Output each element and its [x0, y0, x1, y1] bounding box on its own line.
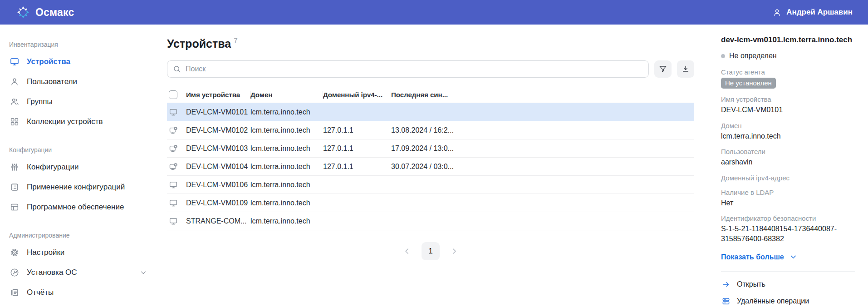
monitor-x-icon [169, 144, 178, 153]
device-name: DEV-LCM-VM0109 [186, 199, 250, 207]
column-header-name[interactable]: Имя устройства [186, 91, 250, 99]
brand-name: Осмакс [35, 6, 74, 19]
table-row[interactable]: DEV-LCM-VM0103 lcm.terra.inno.tech 127.0… [167, 139, 694, 158]
page-title: Устройства [167, 37, 231, 50]
sidebar-item-label: Применение конфигураций [27, 183, 125, 192]
device-domain: lcm.terra.inno.tech [250, 108, 323, 116]
sidebar-item-groups[interactable]: Группы [0, 92, 155, 112]
sidebar-section-administration: Администрирование [0, 227, 155, 243]
osmax-logo-icon [16, 5, 30, 19]
filter-icon [658, 65, 667, 74]
show-more-label: Показать больше [721, 253, 784, 261]
field-value: aarshavin [721, 157, 855, 167]
users-icon [9, 96, 20, 107]
report-icon [9, 287, 20, 298]
chevron-down-icon[interactable] [139, 268, 147, 277]
sliders-icon [9, 162, 20, 173]
action-open[interactable]: Открыть [721, 280, 855, 289]
sidebar-item-os-install[interactable]: Установка ОС [0, 263, 155, 283]
device-last-sync: 17.09.2024 / 13:0... [391, 144, 459, 153]
device-domain: lcm.terra.inno.tech [250, 126, 323, 134]
sidebar-item-label: Группы [27, 97, 53, 106]
device-ip: 127.0.1.1 [323, 126, 391, 134]
page-number-button[interactable]: 1 [422, 242, 440, 260]
next-page-button[interactable] [450, 247, 459, 256]
sidebar-item-blocked-records[interactable]: Заблокированные записи [0, 303, 155, 308]
monitor-icon [169, 217, 178, 226]
table-row[interactable]: DEV-LCM-VM0101 lcm.terra.inno.tech [167, 103, 694, 121]
sidebar-item-label: Настройки [27, 248, 64, 257]
field-label: Имя устройства [721, 95, 855, 103]
device-last-sync: 13.08.2024 / 16:2... [391, 126, 459, 134]
checklist-icon [9, 182, 20, 193]
device-name: DEV-LCM-VM0106 [186, 181, 250, 189]
monitor-icon [169, 180, 178, 189]
pagination: 1 [167, 242, 694, 260]
monitor-x-icon [169, 126, 178, 135]
table-row[interactable]: DEV-LCM-VM0102 lcm.terra.inno.tech 127.0… [167, 121, 694, 139]
select-all-checkbox[interactable] [169, 90, 177, 99]
sidebar-item-settings[interactable]: Настройки [0, 243, 155, 263]
sidebar-item-label: Устройства [27, 57, 70, 66]
action-label: Удалённые операции [737, 297, 809, 305]
device-name: DEV-LCM-VM0101 [186, 108, 250, 116]
sidebar: Инвентаризация Устройства Пользователи [0, 25, 155, 308]
sidebar-item-label: Программное обеспечение [27, 203, 124, 212]
column-header-last-sync[interactable]: Последняя син... [391, 91, 459, 99]
sidebar-item-reports[interactable]: Отчёты [0, 283, 155, 303]
device-ip: 127.0.1.1 [323, 144, 391, 153]
field-label: Домен [721, 122, 855, 129]
field-label: Пользователи [721, 148, 855, 155]
table-row[interactable]: STRANGE-COM... lcm.terra.inno.tech [167, 212, 694, 230]
field-label: Идентификатор безопасности [721, 214, 855, 222]
remote-operations-icon [721, 297, 731, 306]
os-install-icon [9, 267, 20, 278]
chevron-down-icon [790, 253, 797, 261]
panel-divider [721, 271, 855, 272]
filter-button[interactable] [654, 60, 672, 78]
sidebar-item-software[interactable]: Программное обеспечение [0, 197, 155, 217]
device-domain: lcm.terra.inno.tech [250, 199, 323, 207]
search-input[interactable] [167, 60, 649, 78]
device-domain: lcm.terra.inno.tech [250, 144, 323, 153]
device-count-badge: 7 [234, 36, 237, 44]
sidebar-item-users[interactable]: Пользователи [0, 72, 155, 92]
field-value: lcm.terra.inno.tech [721, 131, 855, 141]
devices-table: Имя устройства Домен Доменный ipv4-... П… [167, 87, 694, 230]
sidebar-item-label: Пользователи [27, 77, 77, 86]
sidebar-item-configurations[interactable]: Конфигурации [0, 157, 155, 177]
export-button[interactable] [677, 60, 694, 78]
sidebar-item-label: Конфигурации [27, 163, 78, 172]
agent-status-badge: Не установлен [721, 78, 776, 89]
field-label: Доменный ipv4-адрес [721, 174, 855, 182]
prev-page-button[interactable] [402, 247, 412, 256]
table-row[interactable]: DEV-LCM-VM0104 lcm.terra.inno.tech 127.0… [167, 158, 694, 176]
device-name: DEV-LCM-VM0102 [186, 126, 250, 134]
monitor-x-icon [169, 162, 178, 171]
sidebar-item-devices[interactable]: Устройства [0, 52, 155, 72]
device-domain: lcm.terra.inno.tech [250, 163, 323, 171]
arrow-right-icon [721, 280, 731, 289]
monitor-icon [169, 108, 178, 117]
table-header: Имя устройства Домен Доменный ipv4-... П… [167, 87, 694, 103]
field-value: S-1-5-21-1184408154-1736440087-315857640… [721, 224, 855, 243]
search-icon [172, 65, 181, 74]
sidebar-item-apply-configurations[interactable]: Применение конфигураций [0, 177, 155, 197]
table-row[interactable]: DEV-LCM-VM0109 lcm.terra.inno.tech [167, 194, 694, 212]
show-more-link[interactable]: Показать больше [721, 253, 855, 261]
user-menu[interactable]: Андрей Аршавин [772, 8, 853, 17]
column-header-domain[interactable]: Домен [250, 91, 323, 99]
topbar: Осмакс Андрей Аршавин [0, 0, 868, 25]
device-domain: lcm.terra.inno.tech [250, 217, 323, 225]
brand[interactable]: Осмакс [16, 5, 74, 19]
action-remote-operations[interactable]: Удалённые операции [721, 297, 855, 306]
grid-icon [9, 116, 20, 127]
status-dot-icon [721, 54, 725, 58]
user-name: Андрей Аршавин [786, 8, 853, 17]
device-status: Не определен [729, 52, 777, 60]
sidebar-item-label: Отчёты [27, 288, 54, 297]
column-header-ip[interactable]: Доменный ipv4-... [323, 91, 391, 99]
device-details-panel: dev-lcm-vm0101.lcm.terra.inno.tech Не оп… [708, 25, 868, 308]
table-row[interactable]: DEV-LCM-VM0106 lcm.terra.inno.tech [167, 176, 694, 194]
sidebar-item-device-collections[interactable]: Коллекции устройств [0, 112, 155, 132]
